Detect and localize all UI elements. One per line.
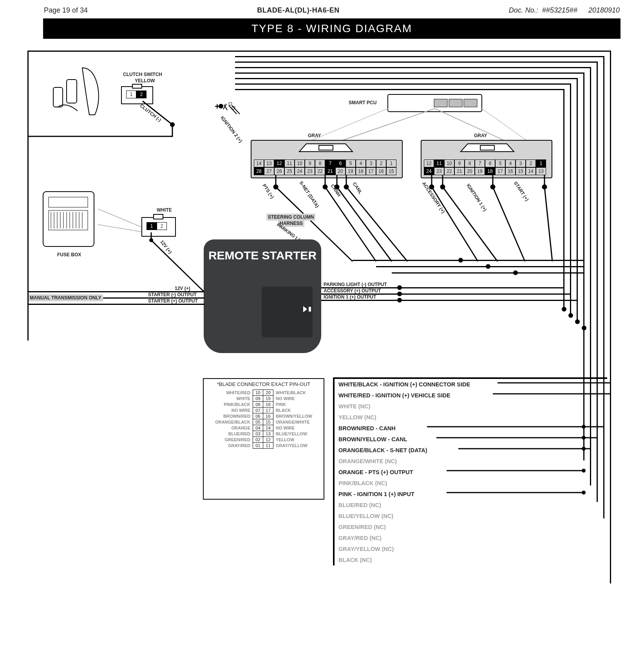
clutch-wire (27, 101, 184, 152)
svg-point-17 (344, 185, 348, 189)
svg-point-6 (229, 102, 232, 105)
smart-pcu-label: SMART PCU (349, 100, 376, 105)
remote-starter-box: REMOTE STARTER (204, 239, 321, 353)
wiring-diagram: CLUTCH SWITCH YELLOW 1 2 CLUTCH (-) + IG… (43, 40, 620, 645)
svg-point-46 (582, 425, 586, 429)
wirelist-connections (333, 377, 623, 589)
page-number: Page 19 of 34 (44, 6, 88, 14)
svg-rect-3 (132, 84, 142, 88)
svg-point-48 (582, 447, 586, 451)
svg-point-20 (491, 185, 495, 189)
svg-rect-1 (67, 80, 77, 103)
svg-rect-11 (434, 99, 447, 107)
doc-date: 20180910 (588, 6, 620, 14)
svg-point-19 (441, 185, 445, 189)
svg-rect-13 (464, 99, 477, 107)
svg-point-38 (149, 238, 153, 242)
clutch-switch-label: CLUTCH SWITCH (123, 72, 162, 77)
fuse-box-icon (41, 189, 99, 256)
svg-point-50 (582, 491, 586, 495)
fuse-box-label: FUSE BOX (57, 252, 81, 257)
svg-point-47 (582, 436, 586, 440)
svg-rect-37 (154, 214, 163, 219)
clutch-yellow-label: YELLOW (135, 78, 155, 83)
svg-point-49 (582, 469, 586, 473)
doc-header: Page 19 of 34 BLADE-AL(DL)-HA6-EN Doc. N… (43, 6, 620, 18)
svg-point-21 (543, 185, 546, 189)
svg-point-14 (274, 185, 278, 189)
svg-point-16 (335, 185, 339, 189)
svg-rect-12 (449, 99, 462, 107)
svg-point-4 (170, 122, 175, 127)
svg-point-18 (430, 185, 434, 189)
svg-point-15 (323, 185, 327, 189)
blade-pinout: *BLADE CONNECTOR EXACT PIN-OUT WHITE/RED… (203, 378, 324, 500)
doc-title: BLADE-AL(DL)-HA6-EN (257, 6, 339, 14)
section-banner: TYPE 8 - WIRING DIAGRAM (43, 18, 620, 39)
